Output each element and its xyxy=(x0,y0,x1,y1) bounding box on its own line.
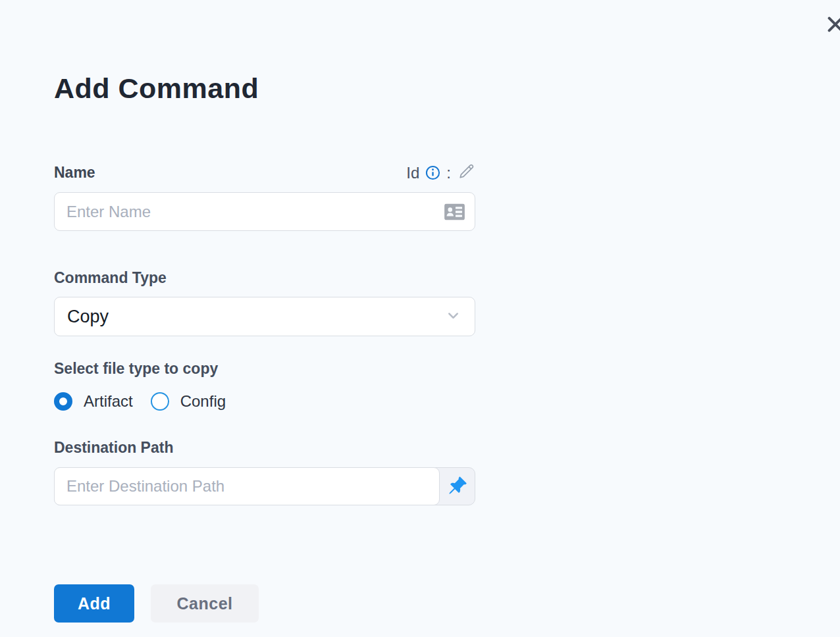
radio-config-label: Config xyxy=(180,392,226,411)
destination-path-input-group xyxy=(54,467,475,505)
command-type-label: Command Type xyxy=(54,269,475,287)
idcard-icon xyxy=(444,203,465,220)
radio-option-config[interactable]: Config xyxy=(151,392,226,411)
radio-artifact-label: Artifact xyxy=(84,392,133,411)
add-command-form: Name Id : xyxy=(54,163,475,623)
command-type-select[interactable]: Copy xyxy=(54,297,475,336)
pushpin-icon xyxy=(448,476,467,497)
chevron-down-icon xyxy=(444,307,462,327)
id-label: Id xyxy=(406,164,419,182)
name-input-wrap xyxy=(54,192,475,231)
id-separator: : xyxy=(446,164,451,182)
info-circle-icon[interactable] xyxy=(425,165,440,180)
destination-path-field: Destination Path xyxy=(54,439,475,505)
page-title: Add Command xyxy=(54,72,259,105)
name-input[interactable] xyxy=(54,192,475,231)
add-button[interactable]: Add xyxy=(54,584,134,623)
command-type-field: Command Type Copy xyxy=(54,269,475,336)
file-type-radio-group: Artifact Config xyxy=(54,392,475,411)
radio-option-artifact[interactable]: Artifact xyxy=(54,392,133,411)
close-button[interactable] xyxy=(825,14,840,36)
name-field: Name Id : xyxy=(54,163,475,231)
destination-path-label: Destination Path xyxy=(54,439,475,457)
name-label-row: Name Id : xyxy=(54,163,475,183)
name-label: Name xyxy=(54,164,95,182)
add-command-panel: Add Command Name Id : xyxy=(0,0,840,637)
file-type-field: Select file type to copy Artifact Config xyxy=(54,360,475,411)
destination-path-input[interactable] xyxy=(54,467,440,505)
file-type-label: Select file type to copy xyxy=(54,360,475,378)
action-buttons: Add Cancel xyxy=(54,584,475,623)
id-group: Id : xyxy=(406,163,475,183)
close-icon xyxy=(826,26,840,36)
command-type-value: Copy xyxy=(67,307,109,327)
radio-artifact[interactable] xyxy=(54,392,72,411)
pencil-icon xyxy=(457,163,475,183)
radio-config[interactable] xyxy=(151,392,169,411)
cancel-button[interactable]: Cancel xyxy=(151,584,259,623)
pin-path-button[interactable] xyxy=(440,468,475,505)
edit-id-button[interactable] xyxy=(457,163,475,183)
